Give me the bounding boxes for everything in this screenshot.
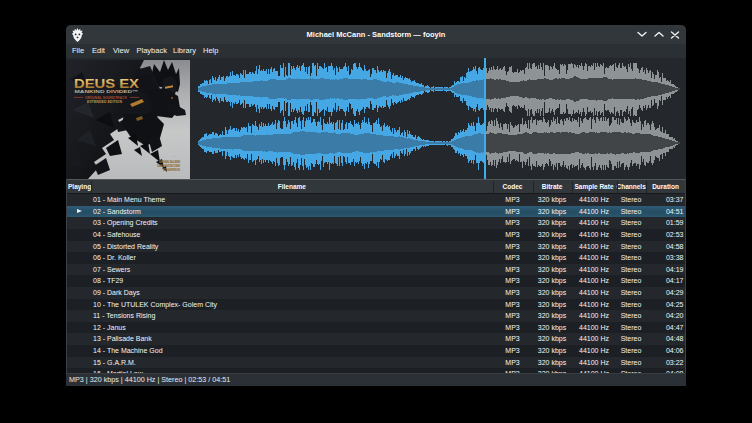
svg-text:ED HARRISON: ED HARRISON [163,168,180,172]
svg-text:MANKIND DIVIDED™: MANKIND DIVIDED™ [75,89,139,94]
svg-text:ORIGINAL SOUNDTRACK: ORIGINAL SOUNDTRACK [85,96,127,100]
svg-text:EXTENDED EDITION: EXTENDED EDITION [87,100,122,104]
svg-text:℠: ℠ [173,156,176,159]
